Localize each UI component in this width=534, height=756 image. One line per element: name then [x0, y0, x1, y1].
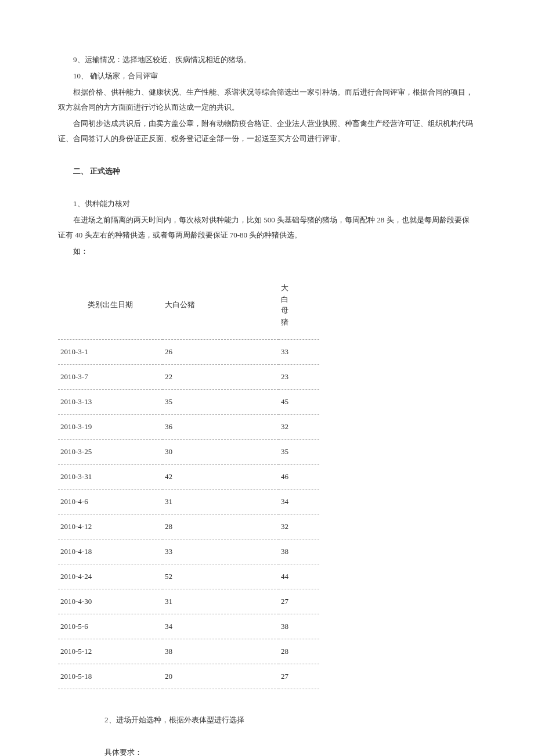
section-2b: 2、进场开始选种，根据外表体型进行选择 具体要求： 种公猪： — [104, 712, 476, 756]
table-cell-male: 30 — [163, 440, 279, 465]
table-cell-female: 33 — [279, 340, 319, 365]
table-cell-male: 26 — [163, 340, 279, 365]
table-cell-date: 2010-3-19 — [58, 415, 163, 440]
table-row: 2010-3-193632 — [58, 415, 319, 440]
table-cell-female: 38 — [279, 614, 319, 639]
female-char-4: 猪 — [281, 318, 288, 326]
table-cell-female: 38 — [279, 539, 319, 564]
table-cell-date: 2010-5-12 — [58, 639, 163, 664]
table-cell-female: 32 — [279, 415, 319, 440]
table-cell-female: 35 — [279, 440, 319, 465]
table-cell-date: 2010-5-18 — [58, 664, 163, 689]
table-header-row: 类别出生日期 大白公猪 大 白 母 猪 — [58, 271, 319, 340]
section-2-title: 二、 正式选种 — [58, 164, 476, 179]
table-header-date: 类别出生日期 — [58, 271, 163, 340]
table-cell-female: 44 — [279, 564, 319, 589]
table-row: 2010-3-72223 — [58, 365, 319, 390]
table-cell-date: 2010-4-30 — [58, 589, 163, 614]
table-cell-male: 42 — [163, 465, 279, 489]
table-cell-date: 2010-4-24 — [58, 564, 163, 589]
table-row: 2010-3-314246 — [58, 465, 319, 489]
paragraph-desc-2: 合同初步达成共识后，由卖方盖公章，附有动物防疫合格证、企业法人营业执照、种畜禽生… — [58, 116, 476, 146]
table-body: 2010-3-126332010-3-722232010-3-133545201… — [58, 340, 319, 689]
table-header-female: 大 白 母 猪 — [279, 271, 319, 340]
table-cell-male: 31 — [163, 489, 279, 514]
female-char-2: 白 — [281, 295, 288, 304]
supply-capacity-table: 类别出生日期 大白公猪 大 白 母 猪 2010-3-126332010-3-7… — [58, 271, 319, 689]
table-cell-male: 31 — [163, 589, 279, 614]
table-cell-female: 34 — [279, 489, 319, 514]
table-cell-date: 2010-4-12 — [58, 514, 163, 539]
table-row: 2010-4-183338 — [58, 539, 319, 564]
table-row: 2010-4-122832 — [58, 514, 319, 539]
table-cell-date: 2010-3-1 — [58, 340, 163, 365]
table-cell-female: 27 — [279, 664, 319, 689]
table-cell-date: 2010-4-6 — [58, 489, 163, 514]
table-cell-female: 28 — [279, 639, 319, 664]
paragraph-item-10: 10、 确认场家，合同评审 — [58, 69, 476, 84]
section-2-item-1: 1、供种能力核对 — [58, 196, 476, 211]
table-row: 2010-5-63438 — [58, 614, 319, 639]
table-row: 2010-3-253035 — [58, 440, 319, 465]
paragraph-desc-1: 根据价格、供种能力、健康状况、生产性能、系谱状况等综合筛选出一家引种场。而后进行… — [58, 85, 476, 115]
female-char-1: 大 — [281, 283, 288, 292]
table-row: 2010-4-245244 — [58, 564, 319, 589]
table-cell-male: 34 — [163, 614, 279, 639]
section-2-desc-1: 在进场之前隔离的两天时间内，每次核对供种能力，比如 500 头基础母猪的猪场，每… — [58, 213, 476, 243]
section-2-item-2: 2、进场开始选种，根据外表体型进行选择 — [104, 712, 476, 728]
table-cell-female: 27 — [279, 589, 319, 614]
table-cell-male: 28 — [163, 514, 279, 539]
table-cell-date: 2010-3-31 — [58, 465, 163, 489]
table-cell-date: 2010-3-13 — [58, 390, 163, 415]
requirements-label: 具体要求： — [104, 745, 476, 756]
table-cell-male: 36 — [163, 415, 279, 440]
table-row: 2010-4-63134 — [58, 489, 319, 514]
table-header-male: 大白公猪 — [163, 271, 279, 340]
table-cell-female: 32 — [279, 514, 319, 539]
table-cell-male: 22 — [163, 365, 279, 390]
table-cell-female: 23 — [279, 365, 319, 390]
table-row: 2010-3-133545 — [58, 390, 319, 415]
table-cell-date: 2010-3-7 — [58, 365, 163, 390]
female-char-3: 母 — [281, 306, 288, 315]
table-cell-date: 2010-3-25 — [58, 440, 163, 465]
table-cell-date: 2010-5-6 — [58, 614, 163, 639]
table-row: 2010-4-303127 — [58, 589, 319, 614]
example-label: 如： — [58, 244, 476, 259]
table-cell-female: 45 — [279, 390, 319, 415]
table-cell-date: 2010-4-18 — [58, 539, 163, 564]
table-row: 2010-5-123828 — [58, 639, 319, 664]
table-cell-female: 46 — [279, 465, 319, 489]
table-cell-male: 20 — [163, 664, 279, 689]
table-cell-male: 35 — [163, 390, 279, 415]
table-cell-male: 38 — [163, 639, 279, 664]
paragraph-item-9: 9、运输情况：选择地区较近、疾病情况相近的猪场。 — [58, 52, 476, 67]
table-cell-male: 33 — [163, 539, 279, 564]
table-row: 2010-3-12633 — [58, 340, 319, 365]
table-row: 2010-5-182027 — [58, 664, 319, 689]
table-cell-male: 52 — [163, 564, 279, 589]
